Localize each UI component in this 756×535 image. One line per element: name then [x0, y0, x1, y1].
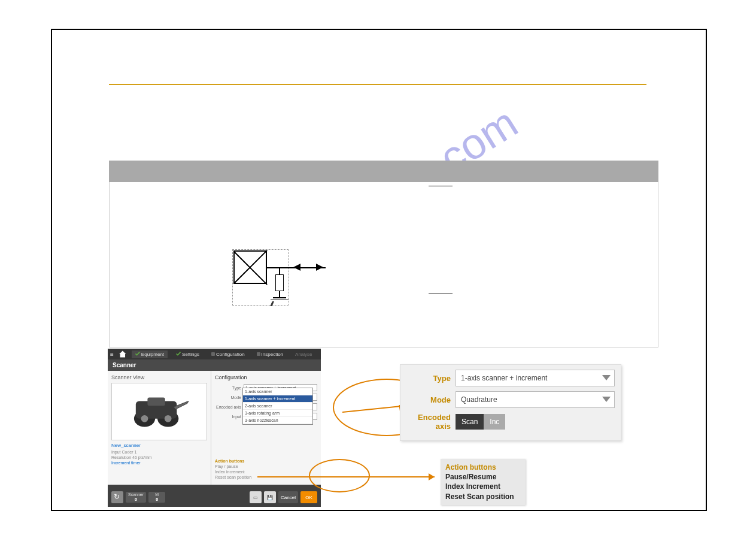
field-label-type: Type: [215, 386, 241, 390]
action-title: Action buttons: [215, 458, 251, 464]
dot-icon: [211, 352, 215, 356]
panel-body: Scanner View New_scanner Input Coder 1 R…: [108, 371, 321, 485]
underline-2: [429, 294, 453, 294]
check-icon: [135, 352, 140, 356]
configuration-pane: Configuration Type1-axis scanner + incre…: [211, 371, 321, 485]
dropdown-option[interactable]: 2-axis scanner: [243, 403, 312, 410]
save-button[interactable]: 💾: [264, 491, 276, 503]
mode-label: Mode: [406, 395, 456, 404]
action-buttons-text: Action buttons Play / pause Index increm…: [215, 458, 251, 480]
config-detail-panel: Type 1-axis scanner + increment Mode Qua…: [400, 364, 621, 441]
refresh-button[interactable]: [111, 491, 123, 503]
tab-label: Settings: [182, 352, 199, 357]
section-divider: [109, 84, 646, 85]
ok-button[interactable]: OK: [300, 491, 317, 503]
scanner-name-link[interactable]: New_scanner: [111, 443, 207, 448]
tab-settings[interactable]: Settings: [172, 350, 203, 358]
tab-equipment[interactable]: Equipment: [132, 350, 168, 358]
meta-line: Increment timer: [111, 460, 207, 466]
m-stat: M0: [148, 492, 165, 502]
action-line: Index increment: [215, 469, 251, 474]
meta-line: Resolution 46 pts/mm: [111, 455, 207, 460]
type-value: 1-axis scanner + increment: [461, 374, 547, 382]
toggle-scan[interactable]: Scan: [456, 414, 484, 430]
tab-label: Configuration: [216, 352, 245, 357]
meta-line: Input Coder 1: [111, 449, 207, 455]
ground-hatch: ////: [271, 301, 272, 307]
chevron-down-icon: [602, 375, 611, 380]
tab-analyse[interactable]: Analyse: [292, 350, 315, 358]
svg-marker-9: [429, 473, 435, 480]
mode-value: Quadrature: [461, 395, 497, 404]
action-box-line: Pause/Resume: [445, 472, 521, 482]
scanner-meta: Input Coder 1 Resolution 46 pts/mm Incre…: [111, 449, 207, 466]
home-icon[interactable]: [119, 350, 127, 358]
type-dropdown[interactable]: 1-axis scanner 1-axis scanner + incremen…: [242, 388, 313, 425]
cancel-button[interactable]: Cancel: [278, 491, 298, 503]
action-line: Play / pause: [215, 464, 251, 469]
tab-label: Analyse: [295, 352, 312, 357]
field-label-input: Input: [215, 415, 241, 419]
scanner-device-icon: [112, 383, 207, 440]
folder-button[interactable]: ▭: [250, 491, 262, 503]
scanner-view-pane: Scanner View New_scanner Input Coder 1 R…: [108, 371, 211, 485]
tab-inspection[interactable]: Inspection: [253, 350, 287, 358]
check-icon: [176, 352, 181, 356]
scanner-thumbnail[interactable]: [111, 383, 207, 440]
scanner-view-title: Scanner View: [111, 374, 207, 380]
callout-arrow-1: [342, 405, 408, 423]
dot-icon: [257, 352, 260, 356]
callout-arrow-2: [257, 473, 443, 485]
top-toolbar: ≡ Equipment Settings Configuration Inspe…: [108, 349, 321, 359]
dropdown-option[interactable]: 3-axis nozzlescan: [243, 417, 312, 424]
dropdown-option[interactable]: 3-axis rotating arm: [243, 410, 312, 417]
type-label: Type: [406, 374, 456, 383]
scanner-stat: Scanner0: [126, 492, 146, 502]
action-buttons-box: Action buttons Pause/Resume Index Increm…: [441, 459, 526, 505]
field-label-encoded-axis: Encoded axis: [215, 405, 241, 409]
svg-point-4: [141, 415, 148, 422]
type-select-large[interactable]: 1-axis scanner + increment: [456, 370, 615, 386]
tab-label: Inspection: [262, 352, 283, 357]
svg-rect-3: [147, 398, 165, 406]
field-label-mode: Mode: [215, 395, 241, 400]
encoded-axis-label: Encoded axis: [406, 413, 456, 431]
info-box: [109, 161, 658, 347]
dropdown-option[interactable]: 1-axis scanner: [243, 388, 312, 395]
mode-select-large[interactable]: Quadrature: [456, 391, 615, 408]
schematic-symbol: ////: [233, 250, 329, 309]
svg-line-6: [342, 406, 401, 412]
action-box-line: Reset Scan position: [445, 492, 521, 501]
tab-configuration[interactable]: Configuration: [208, 350, 248, 358]
bottom-toolbar: Scanner0 M0 ▭ 💾 Cancel OK: [108, 488, 321, 507]
action-box-title: Action buttons: [445, 463, 521, 472]
dropdown-option-selected[interactable]: 1-axis scanner + increment: [243, 395, 312, 403]
toggle-inc[interactable]: Inc: [484, 414, 505, 430]
action-line: Reset scan position: [215, 474, 251, 480]
config-title: Configuration: [215, 374, 317, 380]
underline-1: [429, 186, 453, 186]
info-box-header: [109, 161, 658, 182]
encoded-axis-toggle: Scan Inc: [456, 414, 505, 430]
svg-point-5: [165, 415, 172, 422]
panel-header: Scanner: [108, 359, 321, 371]
menu-icon[interactable]: ≡: [110, 351, 114, 358]
chevron-down-icon: [602, 397, 611, 402]
tab-label: Equipment: [141, 352, 164, 357]
action-box-line: Index Increment: [445, 482, 521, 491]
